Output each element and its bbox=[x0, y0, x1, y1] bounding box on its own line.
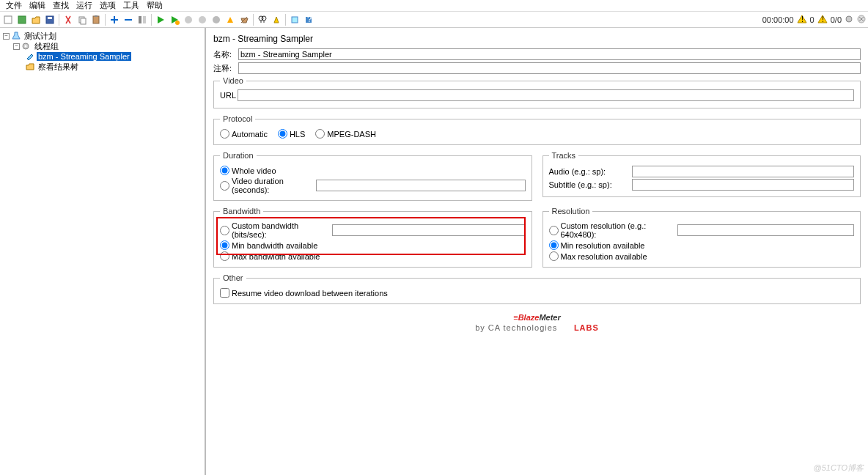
toggle-icon[interactable]: − bbox=[13, 43, 20, 50]
error-icon[interactable]: ! bbox=[817, 14, 828, 26]
duration-legend: Duration bbox=[220, 151, 257, 160]
svg-text:!: ! bbox=[801, 15, 803, 23]
svg-rect-1 bbox=[18, 16, 26, 23]
duration-fieldset: Duration Whole video Video duration (sec… bbox=[213, 151, 532, 201]
name-label: 名称: bbox=[213, 49, 238, 60]
resolution-custom[interactable]: Custom resolution (e.g.: 640x480): bbox=[549, 221, 855, 239]
new-icon[interactable] bbox=[1, 13, 15, 26]
subtitle-label: Subtitle (e.g.: sp): bbox=[549, 180, 630, 189]
separator bbox=[59, 14, 59, 26]
toggle-icon[interactable] bbox=[136, 13, 149, 26]
toggle-icon[interactable]: − bbox=[3, 33, 10, 40]
duration-whole[interactable]: Whole video bbox=[220, 166, 526, 175]
start-icon[interactable] bbox=[154, 13, 167, 26]
resolution-custom-input[interactable] bbox=[677, 224, 854, 236]
reset-search-icon[interactable] bbox=[270, 13, 283, 26]
url-label: URL bbox=[220, 91, 238, 100]
comment-label: 注释: bbox=[213, 63, 238, 74]
bandwidth-custom[interactable]: Custom bandwidth (bits/sec): bbox=[220, 221, 526, 239]
other-fieldset: Other Resume video download between iter… bbox=[213, 273, 861, 304]
audio-label: Audio (e.g.: sp): bbox=[549, 167, 630, 176]
svg-rect-3 bbox=[48, 17, 52, 19]
stop-icon[interactable] bbox=[182, 13, 195, 26]
menu-run[interactable]: 运行 bbox=[73, 0, 95, 11]
url-input[interactable] bbox=[238, 89, 854, 101]
protocol-fieldset: Protocol Automatic HLS MPEG-DASH bbox=[213, 114, 861, 145]
cut-icon[interactable] bbox=[62, 13, 75, 26]
remote-stop-icon[interactable] bbox=[224, 13, 237, 26]
svg-rect-7 bbox=[95, 15, 98, 17]
start-notimers-icon[interactable] bbox=[168, 13, 181, 26]
menu-file[interactable]: 文件 bbox=[3, 0, 25, 11]
svg-point-11 bbox=[185, 16, 192, 23]
copy-icon[interactable] bbox=[76, 13, 89, 26]
name-input[interactable] bbox=[238, 48, 861, 60]
menu-edit[interactable]: 编辑 bbox=[26, 0, 48, 11]
protocol-dash[interactable]: MPEG-DASH bbox=[315, 129, 376, 139]
menu-help[interactable]: 帮助 bbox=[144, 0, 166, 11]
test-tree[interactable]: − 测试计划 − 线程组 bzm - Streaming Sampler 察看结… bbox=[0, 28, 206, 475]
svg-point-10 bbox=[175, 21, 180, 25]
duration-seconds-input[interactable] bbox=[316, 180, 526, 191]
tree-root[interactable]: − 测试计划 bbox=[1, 31, 203, 41]
resolution-max[interactable]: Max resolution available bbox=[549, 251, 855, 261]
menubar: 文件 编辑 查找 运行 选项 工具 帮助 bbox=[0, 0, 868, 12]
resolution-min[interactable]: Min resolution available bbox=[549, 240, 855, 250]
open-icon[interactable] bbox=[29, 13, 43, 26]
svg-rect-8 bbox=[139, 16, 141, 23]
templates-icon[interactable] bbox=[15, 13, 29, 26]
remote-start-icon[interactable] bbox=[210, 13, 223, 26]
svg-point-15 bbox=[262, 16, 266, 21]
protocol-hls[interactable]: HLS bbox=[278, 129, 305, 139]
tree-sampler[interactable]: bzm - Streaming Sampler bbox=[1, 51, 203, 62]
search-icon[interactable] bbox=[256, 13, 269, 26]
toolbar: ? 00:00:00 ! 0 ! 0/0 bbox=[0, 12, 868, 28]
svg-point-13 bbox=[213, 16, 220, 23]
subtitle-input[interactable] bbox=[632, 179, 855, 191]
audio-input[interactable] bbox=[632, 166, 855, 177]
svg-point-24 bbox=[25, 45, 27, 48]
protocol-auto[interactable]: Automatic bbox=[220, 129, 268, 139]
config-panel: bzm - Streaming Sampler 名称: 注释: Video UR… bbox=[206, 28, 868, 475]
comment-input[interactable] bbox=[238, 62, 861, 74]
stop-all-icon[interactable] bbox=[856, 14, 867, 26]
svg-rect-6 bbox=[93, 16, 99, 23]
help-icon[interactable]: ? bbox=[302, 13, 315, 26]
clear-icon[interactable] bbox=[238, 13, 251, 26]
resume-checkbox[interactable]: Resume video download between iterations bbox=[220, 288, 854, 298]
duration-seconds[interactable]: Video duration (seconds): bbox=[220, 177, 526, 194]
warning-icon[interactable]: ! bbox=[797, 14, 807, 26]
collapse-icon[interactable] bbox=[122, 13, 135, 26]
svg-rect-16 bbox=[292, 17, 298, 23]
tracks-legend: Tracks bbox=[549, 151, 579, 160]
function-icon[interactable] bbox=[288, 13, 301, 26]
menu-tools[interactable]: 工具 bbox=[120, 0, 142, 11]
bandwidth-min[interactable]: Min bandwidth available bbox=[220, 240, 526, 250]
blazemeter-logo: ≡BlazeMeter by CA technologies LABS bbox=[213, 310, 861, 332]
video-fieldset: Video URL bbox=[213, 76, 861, 108]
bandwidth-custom-input[interactable] bbox=[332, 224, 526, 236]
video-legend: Video bbox=[220, 76, 246, 85]
svg-rect-0 bbox=[4, 16, 12, 23]
shutdown-icon[interactable] bbox=[196, 13, 209, 26]
paste-icon[interactable] bbox=[89, 13, 103, 26]
expand-icon[interactable] bbox=[108, 13, 121, 26]
toolbar-status: 00:00:00 ! 0 ! 0/0 bbox=[762, 14, 867, 26]
thread-count: 0/0 bbox=[831, 15, 842, 24]
tracks-fieldset: Tracks Audio (e.g.: sp): Subtitle (e.g.:… bbox=[542, 151, 861, 197]
menu-search[interactable]: 查找 bbox=[50, 0, 72, 11]
tree-viewer[interactable]: 察看结果树 bbox=[1, 62, 203, 72]
folder-icon bbox=[25, 62, 35, 71]
resolution-legend: Resolution bbox=[549, 207, 593, 216]
tree-threadgroup[interactable]: − 线程组 bbox=[1, 41, 203, 51]
watermark: @51CTO博客 bbox=[814, 463, 864, 474]
menu-options[interactable]: 选项 bbox=[97, 0, 119, 11]
save-icon[interactable] bbox=[43, 13, 56, 26]
panel-title: bzm - Streaming Sampler bbox=[213, 34, 861, 44]
bandwidth-legend: Bandwidth bbox=[220, 207, 263, 216]
gear-icon bbox=[21, 42, 32, 51]
run-time: 00:00:00 bbox=[762, 15, 794, 24]
resolution-fieldset: Resolution Custom resolution (e.g.: 640x… bbox=[542, 207, 861, 268]
bandwidth-max[interactable]: Max bandwidth available bbox=[220, 251, 526, 261]
flask-icon bbox=[11, 32, 21, 40]
